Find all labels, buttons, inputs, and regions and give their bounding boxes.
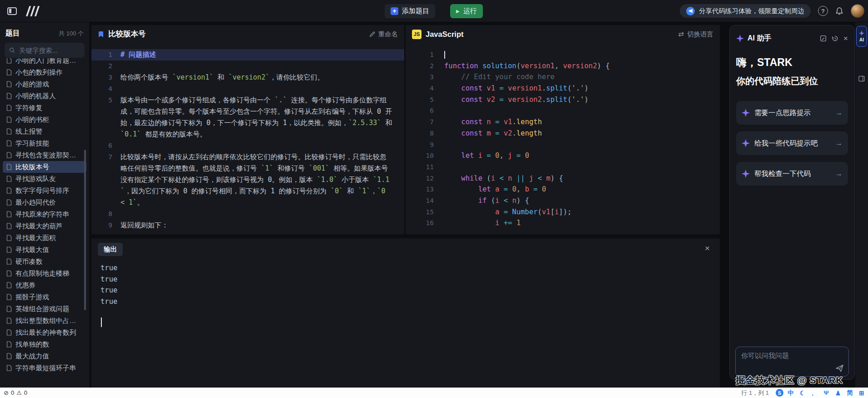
help-icon[interactable]: ? [818, 6, 828, 16]
sidebar-item[interactable]: 字符串最短循环子串 [3, 362, 86, 374]
code-token: i [495, 196, 499, 205]
search-input[interactable] [18, 46, 80, 55]
ai-suggestion-card[interactable]: 帮我检查一下代码→ [736, 162, 848, 186]
sidebar-item[interactable]: 找出最长的神奇数列 [3, 327, 86, 338]
code-token [491, 185, 495, 193]
history-icon[interactable] [832, 35, 838, 42]
ime-punctuation-icon[interactable]: 、 [810, 389, 819, 397]
sidebar-item[interactable]: 小包的数列操作 [3, 66, 86, 78]
sidebar-toggle-icon[interactable] [7, 7, 17, 15]
sidebar-item[interactable]: 找单独的数 [3, 338, 86, 350]
code-token: n [487, 118, 491, 126]
run-button[interactable]: ▶ 运行 [450, 4, 483, 18]
ai-suggestion-card[interactable]: 给我一些代码提示吧→ [736, 131, 848, 155]
code-token: = [495, 118, 499, 126]
send-icon[interactable] [835, 364, 844, 373]
sidebar-item[interactable]: 有点限制地走楼梯 [3, 267, 86, 279]
sidebar-scrollbar[interactable] [84, 150, 86, 310]
rename-button[interactable]: 重命名 [369, 30, 398, 39]
code-token: ) [550, 174, 554, 182]
megaphone-icon [686, 7, 695, 15]
code-token: . [542, 84, 546, 92]
close-ai-icon[interactable]: × [843, 35, 848, 42]
ai-input[interactable] [736, 347, 848, 376]
sidebar-item[interactable]: 英雄组合游戏问题 [3, 303, 86, 315]
ai-header-actions: × [820, 35, 848, 42]
output-line: true [100, 274, 720, 285]
app-logo[interactable] [25, 6, 40, 16]
add-question-button[interactable]: + 添加题目 [385, 4, 435, 18]
ai-suggestion-label: 给我一些代码提示吧 [754, 139, 818, 148]
code-token [482, 96, 487, 104]
code-token [529, 185, 533, 193]
ai-toggle-button[interactable]: AI [856, 26, 867, 47]
document-icon [6, 329, 12, 336]
ime-night-mode-icon[interactable]: ☾ [798, 389, 807, 397]
code-token: = [504, 208, 508, 216]
output-tab[interactable]: 输出 [98, 243, 123, 256]
ime-chinese-mode-icon[interactable]: 中 [786, 389, 795, 397]
search-box[interactable] [5, 43, 85, 58]
code-token: v2 [504, 129, 512, 137]
line-number: 8 [406, 128, 434, 139]
sidebar-item[interactable]: 小超的游戏 [3, 78, 86, 90]
arrow-right-icon: → [835, 170, 843, 178]
sidebar-item[interactable]: 字符修复 [3, 102, 86, 114]
md-line: 5版本号由一个或多个修订号组成，各修订号由一个 `.` 连接。每个修订号由多位数… [91, 95, 404, 140]
output-console[interactable]: truetruetruetrue [91, 256, 720, 327]
sidebar-item[interactable]: 寻找最大面积 [3, 232, 86, 244]
ime-account-icon[interactable]: ♟ [833, 389, 843, 397]
code-token: ) [597, 62, 601, 70]
sidebar-item[interactable]: 寻找原来的字符串 [3, 208, 86, 220]
promo-banner[interactable]: 分享代码练习体验，领限量定制周边 [680, 4, 811, 18]
sidebar-item[interactable]: 寻找最大的葫芦 [3, 220, 86, 232]
avatar[interactable] [851, 4, 864, 18]
problem-editor[interactable]: 1# 问题描述23给你两个版本号 `version1` 和 `version2`… [91, 43, 404, 231]
ai-input-box[interactable] [735, 347, 849, 377]
sidebar-item[interactable]: 小明的机器人 [3, 90, 86, 102]
warning-count-icon[interactable]: ⚠ [16, 389, 22, 396]
sidebar-item[interactable]: 最大战力值 [3, 350, 86, 362]
code-token: { [606, 62, 610, 70]
code-token [512, 219, 516, 227]
close-output-icon[interactable]: × [705, 244, 710, 252]
ime-voice-icon[interactable]: Ψ [822, 389, 831, 397]
code-line-content: let a = 0, b = 0 [434, 184, 546, 195]
code-line-content [434, 105, 444, 116]
side-panel-icon[interactable] [858, 75, 865, 82]
code-token: , [555, 62, 559, 70]
code-token: v2 [487, 96, 495, 104]
add-question-label: 添加题目 [402, 7, 429, 15]
sidebar-item[interactable]: 优惠券 [3, 279, 86, 291]
ime-simplified-icon[interactable]: 简 [845, 389, 854, 397]
sidebar-item[interactable]: 寻找游戏队友 [3, 173, 86, 185]
ai-suggestion-card[interactable]: 需要一点思路提示→ [736, 101, 848, 125]
error-count-icon[interactable]: ⊘ [4, 389, 9, 396]
ime-logo-icon[interactable]: S [776, 389, 783, 397]
switch-language-button[interactable]: ⇄ 切换语言 [678, 30, 713, 39]
sidebar-item[interactable]: 小明的书柜 [3, 114, 86, 126]
sidebar-item[interactable]: 线上报警 [3, 126, 86, 137]
sidebar-item[interactable]: 小明的入门教育题… [3, 58, 86, 66]
output-panel: 输出 × truetruetruetrue [91, 238, 720, 388]
sidebar-item[interactable]: 学习新技能 [3, 137, 86, 149]
code-line-content: const v1 = version1.split('.') [434, 83, 588, 94]
output-line: true [100, 262, 720, 274]
notifications-icon[interactable] [835, 7, 843, 15]
sidebar-item-label: 学习新技能 [15, 139, 49, 148]
code-token [444, 118, 461, 126]
sidebar-item[interactable]: 找出整型数组中占… [3, 315, 86, 327]
code-token: . [512, 129, 516, 137]
sidebar-item[interactable]: 寻找包含斐波那契… [3, 149, 86, 161]
sidebar-item[interactable]: 数字字母问号排序 [3, 185, 86, 196]
sidebar-item[interactable]: 硬币凑数 [3, 256, 86, 267]
code-token: ( [567, 96, 572, 104]
sidebar-item[interactable]: 最小趋同代价 [3, 196, 86, 208]
sidebar-item[interactable]: 寻找最大值 [3, 244, 86, 256]
sidebar-item[interactable]: 比较版本号 [3, 161, 86, 173]
new-chat-icon[interactable] [820, 35, 827, 42]
inline-code: `version1` [172, 73, 213, 81]
code-editor[interactable]: 12function solution(version1, version2) … [406, 43, 720, 229]
sidebar-item[interactable]: 摇骰子游戏 [3, 291, 86, 303]
ime-keyboard-icon[interactable]: ⊞ [857, 389, 866, 397]
